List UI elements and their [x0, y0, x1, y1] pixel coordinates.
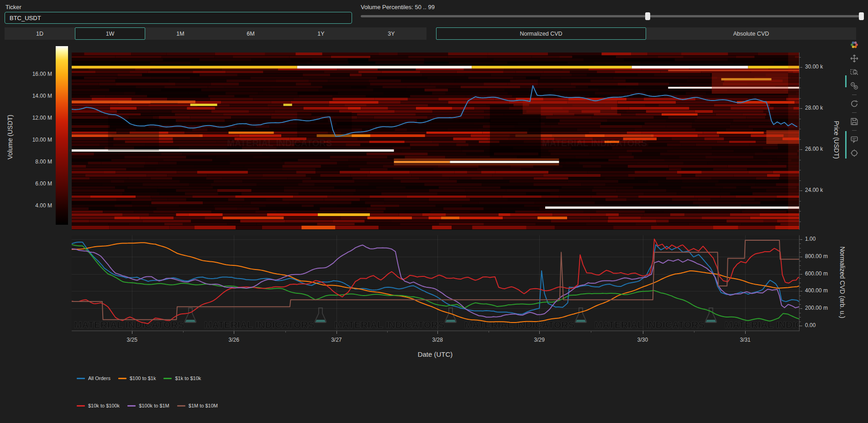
date-minor-tick — [387, 331, 388, 333]
timeframe-button-1w[interactable]: 1W — [75, 27, 145, 40]
timeframe-button-1m[interactable]: 1M — [145, 27, 216, 40]
cvd-minor-tick — [799, 252, 801, 253]
save-icon[interactable] — [849, 116, 860, 127]
volume-percentiles-slider[interactable] — [361, 12, 862, 20]
cvd-tick-label: 400.00 m — [805, 287, 828, 294]
legend-item--1m-to-10m[interactable]: $1M to $10M — [177, 403, 218, 408]
legend-item--10k-to-100k[interactable]: $10k to $100k — [77, 403, 120, 408]
cvd-tick-label: 200.00 m — [805, 305, 828, 311]
cvd-minor-tick — [799, 265, 801, 266]
timeframe-button-1y[interactable]: 1Y — [286, 27, 356, 40]
date-minor-tick — [489, 331, 489, 333]
date-tick-label: 3/29 — [530, 337, 548, 343]
pan-icon[interactable] — [849, 53, 860, 64]
cvd-minor-tick — [799, 243, 801, 244]
price-minor-tick — [799, 201, 801, 201]
slider-track[interactable] — [361, 15, 862, 17]
ticker-input[interactable] — [5, 12, 352, 24]
date-tick-mark — [132, 331, 132, 334]
legend-swatch — [163, 378, 172, 379]
volume-tick-label: 4.00 M — [2, 202, 52, 209]
price-minor-tick — [799, 170, 801, 170]
ticker-label: Ticker — [5, 4, 21, 11]
legend-row-1: All Orders$100 to $1k$1k to $10k — [77, 375, 209, 381]
price-minor-tick — [799, 149, 801, 150]
date-tick-label: 3/30 — [634, 337, 652, 343]
cvd-mode-button-group: Normalized CVDAbsolute CVD — [436, 27, 856, 40]
price-minor-tick — [799, 190, 801, 191]
legend-item--1k-to-10k[interactable]: $1k to $10k — [163, 375, 201, 381]
volume-tick-label: 14.00 M — [2, 93, 52, 99]
legend-label: $100k to $1M — [139, 403, 169, 408]
box-zoom-icon[interactable] — [849, 67, 860, 78]
modebar-active-indicator-hover — [845, 131, 847, 159]
price-tick-label: 30.00 k — [805, 63, 823, 70]
volume-colorbar — [56, 46, 68, 225]
cvd-tick-label: 600.00 m — [805, 270, 828, 277]
date-minor-tick — [591, 331, 591, 333]
date-tick-mark — [337, 331, 337, 334]
cvd-minor-tick — [799, 317, 801, 317]
modebar-separator — [852, 112, 857, 113]
cvd-mode-button-normalized-cvd[interactable]: Normalized CVD — [436, 27, 646, 40]
date-axis-title: Date (UTC) — [418, 350, 453, 358]
price-minor-tick — [799, 78, 801, 78]
crosshair-icon[interactable] — [849, 148, 860, 159]
legend-item-all-orders[interactable]: All Orders — [77, 375, 110, 381]
cvd-minor-tick — [799, 291, 801, 291]
plotly-modebar — [848, 39, 860, 161]
slider-handle-low[interactable] — [645, 12, 650, 20]
modebar-separator — [852, 130, 857, 131]
price-tick-label: 26.00 k — [805, 146, 823, 152]
price-minor-tick — [799, 129, 801, 129]
legend-label: All Orders — [88, 375, 110, 381]
price-minor-tick — [799, 57, 801, 58]
cvd-minor-tick — [799, 296, 801, 296]
timeframe-button-1d[interactable]: 1D — [5, 27, 75, 40]
cvd-tick-mark — [799, 326, 802, 326]
date-tick-mark — [643, 331, 643, 334]
price-minor-tick — [799, 67, 801, 68]
cvd-minor-tick — [799, 248, 801, 249]
price-axis-line — [799, 53, 800, 230]
legend-swatch — [77, 378, 85, 379]
cvd-minor-tick — [799, 313, 801, 313]
legend-row-2: $10k to $100k$100k to $1M$1M to $10M — [77, 402, 226, 409]
orderbook-heatmap-canvas[interactable] — [72, 53, 799, 230]
legend-label: $1M to $10M — [189, 403, 218, 408]
date-tick-label: 3/27 — [327, 337, 346, 343]
date-tick-mark — [437, 331, 438, 334]
zoom-in-out-icon[interactable] — [849, 80, 860, 91]
price-minor-tick — [799, 139, 801, 140]
price-axis-title: Price (USDT) — [833, 121, 840, 159]
date-minor-tick — [183, 331, 184, 333]
cvd-minor-tick — [799, 274, 801, 275]
cvd-tick-label: 0.00 — [805, 322, 815, 328]
cvd-line-chart-canvas[interactable] — [72, 235, 799, 331]
cvd-mode-button-absolute-cvd[interactable]: Absolute CVD — [646, 27, 856, 40]
app-window: Ticker Volume Percentiles: 50 .. 99 1D1W… — [0, 0, 868, 423]
legend-item--100-to-1k[interactable]: $100 to $1k — [118, 375, 156, 381]
price-tick-label: 24.00 k — [805, 187, 823, 193]
timeframe-button-6m[interactable]: 6M — [216, 27, 286, 40]
plotly-logo-icon[interactable] — [849, 39, 860, 50]
date-minor-tick — [285, 331, 286, 333]
price-minor-tick — [799, 119, 801, 119]
cvd-minor-tick — [799, 270, 801, 270]
cvd-minor-tick — [799, 308, 801, 309]
autoscale-icon[interactable] — [849, 98, 860, 109]
date-tick-label: 3/31 — [736, 337, 754, 343]
modebar-active-indicator-zoom — [845, 75, 847, 87]
legend-swatch — [177, 405, 185, 407]
volume-percentiles-label: Volume Percentiles: 50 .. 99 — [361, 4, 435, 11]
slider-handle-high[interactable] — [859, 12, 864, 20]
hover-icon[interactable] — [849, 134, 860, 145]
price-minor-tick — [799, 88, 801, 88]
date-tick-mark — [234, 331, 234, 334]
date-tick-label: 3/25 — [123, 337, 141, 343]
date-tick-mark — [539, 331, 540, 334]
cvd-axis-title: Normalized CVD (arb. u.) — [839, 246, 846, 318]
timeframe-button-3y[interactable]: 3Y — [356, 27, 426, 40]
volume-tick-label: 8.00 M — [2, 159, 52, 165]
legend-item--100k-to-1m[interactable]: $100k to $1M — [127, 403, 169, 408]
